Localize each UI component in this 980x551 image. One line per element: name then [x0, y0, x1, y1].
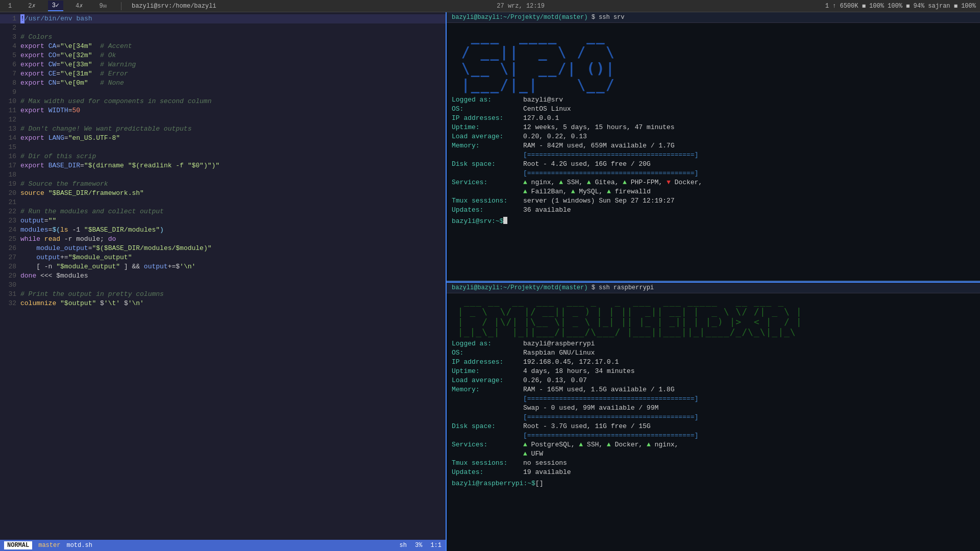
rpi-updates: Updates: 19 available — [452, 468, 975, 477]
code-line-20: 20 source "$BASE_DIR/framework.sh" — [0, 189, 446, 198]
git-branch: master — [38, 542, 60, 549]
rpi-ascii-art: ___ __ __ ___ ___ _ _ ___ ___ _____ __ _… — [452, 296, 975, 337]
code-line-26: 26 module_output="$($BASE_DIR/modules/$m… — [0, 244, 446, 253]
code-line-8: 8 export CN="\e[0m" # None — [0, 79, 446, 88]
code-line-16: 16 # Dir of this scrip — [0, 152, 446, 161]
code-line-18: 18 — [0, 170, 446, 180]
terminal-pane: bazyli@bazyli:~/Projekty/motd(master) $ … — [447, 12, 980, 551]
rpi-disk: Disk space: Root - 3.7G used, 11G free /… — [452, 422, 975, 440]
editor-content[interactable]: 1 !/usr/bin/env bash 2 3 # Colors 4 expo… — [0, 12, 446, 540]
editor-mode: NORMAL — [4, 541, 32, 549]
code-line-31: 31 # Print the output in pretty columns — [0, 290, 446, 299]
srv-ascii-art: ___ ____ __ / __|| _ \ / \ \__ \| __/| (… — [452, 28, 975, 93]
code-line-29: 29 done <<< $modules — [0, 271, 446, 281]
code-line-25: 25 while read -r module; do — [0, 235, 446, 244]
code-line-24: 24 modules=$(ls -1 "$BASE_DIR/modules") — [0, 226, 446, 235]
srv-uptime: Uptime: 12 weeks, 5 days, 15 hours, 47 m… — [452, 123, 975, 132]
code-line-30: 30 — [0, 281, 446, 290]
tab-3[interactable]: 3✓ — [48, 1, 63, 11]
srv-logged-as: Logged as: bazyli@srv — [452, 95, 975, 105]
file-type: sh — [400, 542, 407, 549]
srv-prompt-line: bazyli@srv:~$ — [452, 217, 975, 226]
terminal-rpi-header: bazyli@bazyli:~/Projekty/motd(master) $ … — [447, 283, 980, 293]
srv-tmux: Tmux sessions: server (1 windows) Sun Se… — [452, 196, 975, 206]
scroll-percent: 3% — [415, 542, 422, 549]
main-layout: 1 !/usr/bin/env bash 2 3 # Colors 4 expo… — [0, 12, 980, 551]
terminal-srv: bazyli@bazyli:~/Projekty/motd(master) $ … — [447, 12, 980, 282]
code-line-13: 13 # Don't change! We want predictable o… — [0, 124, 446, 134]
code-line-22: 22 # Run the modules and collect output — [0, 207, 446, 216]
top-bar-datetime: 27 wrz, 12:19 — [497, 3, 545, 10]
code-line-1: 1 !/usr/bin/env bash — [0, 14, 446, 23]
code-line-9: 9 — [0, 88, 446, 97]
code-line-10: 10 # Max width used for components in se… — [0, 97, 446, 106]
srv-cursor — [503, 217, 507, 224]
code-line-6: 6 export CW="\e[33m" # Warning — [0, 60, 446, 69]
code-line-28: 28 [ -n "$module_output" ] && output+=$'… — [0, 262, 446, 271]
rpi-swap: Swap - 0 used, 99M available / 99M [====… — [452, 404, 975, 422]
srv-os: OS: CentOS Linux — [452, 105, 975, 114]
rpi-uptime: Uptime: 4 days, 18 hours, 34 minutes — [452, 367, 975, 376]
terminal-srv-body[interactable]: ___ ____ __ / __|| _ \ / \ \__ \| __/| (… — [447, 23, 980, 281]
srv-load: Load average: 0.20, 0.22, 0.13 — [452, 132, 975, 141]
top-bar-left: 1 2✗ 3✓ 4✗ 9✉ bazyli@srv:/home/bazyli — [4, 1, 216, 11]
editor-pane: 1 !/usr/bin/env bash 2 3 # Colors 4 expo… — [0, 12, 447, 551]
code-line-11: 11 export WIDTH=50 — [0, 106, 446, 115]
editor-status-left: NORMAL master motd.sh — [4, 541, 92, 549]
code-line-12: 12 — [0, 115, 446, 124]
code-line-3: 3 # Colors — [0, 33, 446, 42]
editor-status-bar: NORMAL master motd.sh sh 3% 1:1 — [0, 540, 446, 551]
code-line-32: 32 columnize "$output" $'\t' $'\n' — [0, 299, 446, 308]
rpi-services: Services: ▲ PostgreSQL, ▲ SSH, ▲ Docker,… — [452, 440, 975, 459]
rpi-os: OS: Raspbian GNU/Linux — [452, 348, 975, 358]
code-lines: 1 !/usr/bin/env bash 2 3 # Colors 4 expo… — [0, 14, 446, 308]
code-line-15: 15 — [0, 143, 446, 152]
terminal-rpi: bazyli@bazyli:~/Projekty/motd(master) $ … — [447, 283, 980, 551]
rpi-logged-as: Logged as: bazyli@raspberrypi — [452, 339, 975, 348]
editor-status-right: sh 3% 1:1 — [400, 542, 442, 549]
system-info: 1 ↑ 6500K ◼ 100% 100% ◼ 94% sajran ◼ 100… — [825, 2, 976, 10]
rpi-memory: Memory: RAM - 165M used, 1.5G available … — [452, 385, 975, 404]
terminal-srv-header: bazyli@bazyli:~/Projekty/motd(master) $ … — [447, 12, 980, 23]
code-line-2: 2 — [0, 23, 446, 33]
code-line-4: 4 export CA="\e[34m" # Accent — [0, 42, 446, 51]
rpi-load: Load average: 0.26, 0.13, 0.07 — [452, 376, 975, 385]
editor-cursor: ! — [20, 14, 24, 23]
rpi-ip: IP addresses: 192.168.0.45, 172.17.0.1 — [452, 358, 975, 367]
code-line-27: 27 output+="$module_output" — [0, 253, 446, 262]
top-bar-right: 1 ↑ 6500K ◼ 100% 100% ◼ 94% sajran ◼ 100… — [825, 2, 976, 10]
code-line-7: 7 export CE="\e[31m" # Error — [0, 69, 446, 79]
terminal-rpi-body[interactable]: ___ __ __ ___ ___ _ _ ___ ___ _____ __ _… — [447, 293, 980, 551]
top-bar: 1 2✗ 3✓ 4✗ 9✉ bazyli@srv:/home/bazyli 27… — [0, 0, 980, 12]
shell-path: bazyli@srv:/home/bazyli — [132, 3, 216, 10]
code-line-23: 23 output="" — [0, 216, 446, 226]
cursor-position: 1:1 — [430, 542, 442, 549]
editor-filename: motd.sh — [66, 542, 92, 549]
code-line-19: 19 # Source the framework — [0, 180, 446, 189]
tab-4[interactable]: 4✗ — [71, 1, 87, 11]
code-line-17: 17 export BASE_DIR="$(dirname "$(readlin… — [0, 161, 446, 170]
srv-disk: Disk space: Root - 4.2G used, 16G free /… — [452, 160, 975, 178]
tab-2[interactable]: 2✗ — [24, 1, 39, 11]
tab-1[interactable]: 1 — [4, 2, 16, 11]
srv-memory: Memory: RAM - 842M used, 659M available … — [452, 141, 975, 160]
code-line-21: 21 — [0, 198, 446, 207]
tab-9[interactable]: 9✉ — [95, 1, 111, 11]
srv-services: Services: ▲ nginx, ▲ SSH, ▲ Gitea, ▲ PHP… — [452, 178, 975, 196]
srv-updates: Updates: 36 available — [452, 206, 975, 215]
code-line-5: 5 export CO="\e[32m" # Ok — [0, 51, 446, 60]
rpi-tmux: Tmux sessions: no sessions — [452, 459, 975, 468]
srv-ip: IP addresses: 127.0.0.1 — [452, 114, 975, 123]
rpi-prompt-line: bazyli@raspberrypi:~$ [] — [452, 479, 975, 488]
code-line-14: 14 export LANG="en_US.UTF-8" — [0, 134, 446, 143]
